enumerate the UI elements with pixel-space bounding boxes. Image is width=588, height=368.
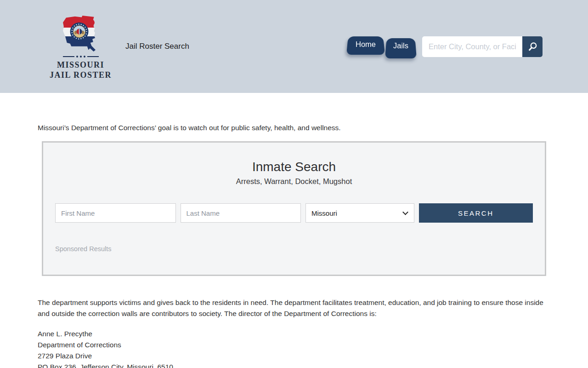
address-line-street: 2729 Plaza Drive [38, 351, 550, 362]
nav-tab-home-label: Home [356, 40, 376, 48]
logo-wordmark-line1: MISSOURI [57, 60, 104, 70]
address-line-city: PO Box 236, Jefferson City, Missouri, 65… [38, 362, 550, 368]
state-select[interactable]: Missouri [305, 203, 414, 223]
main-content: Missouri’s Department of Corrections’ go… [38, 123, 550, 368]
first-name-input[interactable] [55, 203, 176, 223]
missouri-state-flag-icon [57, 13, 105, 54]
site-header: MISSOURI JAIL ROSTER Jail Roster Search … [0, 0, 588, 93]
nav-tab-jails-label: Jails [393, 41, 408, 50]
address-line-department: Department of Corrections [38, 339, 550, 351]
address-block: Anne L. Precythe Department of Correctio… [38, 328, 550, 368]
nav-tab-home[interactable]: Home [346, 34, 385, 55]
facility-search-button[interactable] [522, 36, 543, 57]
page-title: Jail Roster Search [125, 42, 189, 51]
logo-wordmark-line2: JAIL ROSTER [50, 70, 112, 80]
site-logo[interactable]: MISSOURI JAIL ROSTER [54, 13, 107, 80]
inmate-search-subtitle: Arrests, Warrant, Docket, Mugshot [55, 177, 533, 186]
address-line-director: Anne L. Precythe [38, 328, 550, 339]
last-name-input[interactable] [181, 203, 301, 223]
inmate-search-button[interactable]: SEARCH [419, 203, 533, 223]
state-select-wrapper: Missouri [305, 203, 414, 223]
inmate-search-form: Missouri SEARCH [55, 203, 533, 223]
search-icon [527, 41, 538, 52]
facility-search-input[interactable] [422, 36, 522, 57]
sponsored-results-label: Sponsored Results [55, 245, 533, 253]
logo-divider [63, 56, 99, 58]
facility-search-bar [422, 36, 543, 57]
department-description: The department supports victims and give… [38, 297, 550, 319]
inmate-search-title: Inmate Search [55, 160, 533, 174]
main-nav: Home Jails [346, 34, 417, 58]
inmate-search-panel: Inmate Search Arrests, Warrant, Docket, … [42, 141, 546, 276]
intro-text: Missouri’s Department of Corrections’ go… [38, 123, 550, 132]
nav-tab-jails[interactable]: Jails [385, 36, 417, 58]
